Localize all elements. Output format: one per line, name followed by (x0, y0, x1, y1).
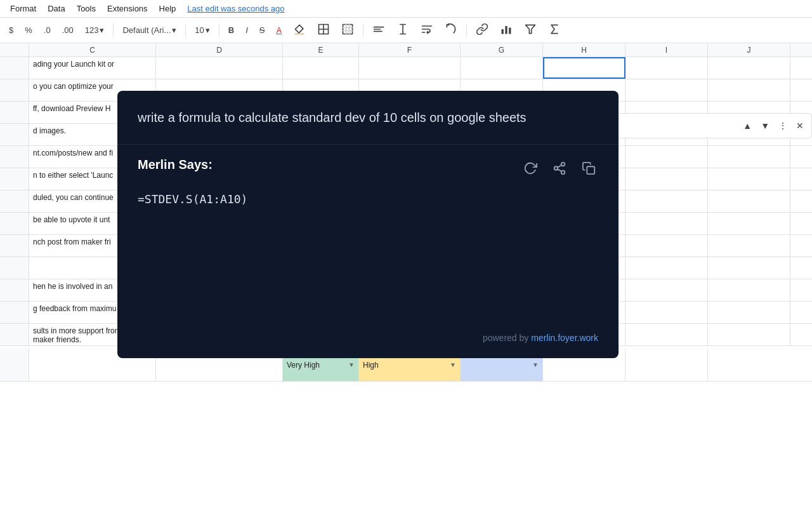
svg-marker-20 (526, 25, 535, 33)
menu-help[interactable]: Help (154, 1, 181, 16)
merge-icon (341, 23, 354, 36)
cell-i13[interactable] (625, 324, 708, 345)
cell-j9[interactable] (708, 235, 790, 257)
cell-j8[interactable] (708, 213, 790, 234)
cell-j2[interactable] (708, 79, 790, 101)
refresh-icon (523, 161, 537, 175)
merlin-panel: write a formula to calculate standard de… (117, 91, 619, 358)
find-next-btn[interactable]: ▼ (758, 118, 772, 133)
filter-btn[interactable] (520, 20, 540, 40)
font-size-btn[interactable]: 10 ▾ (191, 23, 213, 37)
cell-j12[interactable] (708, 302, 790, 323)
toolbar-sep-5 (466, 24, 467, 37)
cell-j11[interactable] (708, 279, 790, 301)
svg-rect-17 (502, 29, 504, 34)
col-header-f[interactable]: F (359, 43, 461, 57)
rotation-btn[interactable] (441, 20, 461, 40)
cell-j13[interactable] (708, 324, 790, 345)
cell-i6[interactable] (625, 168, 708, 190)
svg-rect-0 (295, 34, 304, 35)
cell-bottom-j[interactable] (625, 349, 708, 381)
cell-i8[interactable] (625, 213, 708, 234)
cell-j7[interactable] (708, 190, 790, 212)
merlin-share-btn[interactable] (550, 159, 569, 181)
row-num-11 (0, 279, 29, 301)
menu-tools[interactable]: Tools (72, 1, 101, 16)
row-num-5 (0, 146, 29, 168)
decimal-decrease-btn[interactable]: .0 (40, 23, 55, 37)
menu-bar: Format Data Tools Extensions Help Last e… (0, 0, 812, 18)
cell-i12[interactable] (625, 302, 708, 323)
align-v-btn[interactable] (393, 20, 413, 40)
percent-btn[interactable]: % (21, 23, 36, 37)
col-header-e[interactable]: E (283, 43, 359, 57)
cell-f1[interactable] (359, 57, 461, 79)
bold-btn[interactable]: B (225, 23, 238, 37)
cell-j1[interactable] (708, 57, 790, 79)
merlin-response-text: =STDEV.S(A1:A10) (138, 192, 598, 206)
cell-h1[interactable] (543, 57, 625, 79)
col-header-g[interactable]: G (461, 43, 543, 57)
currency-btn[interactable]: $ (5, 23, 17, 37)
text-color-btn[interactable]: A (272, 23, 285, 37)
decimal-increase-btn[interactable]: .00 (58, 23, 77, 37)
cell-j5[interactable] (708, 146, 790, 168)
merge-btn[interactable] (337, 20, 358, 40)
merlin-footer-link[interactable]: merlin.foyer.work (531, 333, 598, 343)
row-num-bottom (0, 349, 29, 381)
table-row: ading your Launch kit or (0, 57, 812, 79)
menu-data[interactable]: Data (43, 1, 70, 16)
col-header-c[interactable]: C (29, 43, 156, 57)
cell-e1[interactable] (283, 57, 359, 79)
toolbar-sep-2 (185, 24, 186, 37)
find-prev-btn[interactable]: ▲ (740, 118, 754, 133)
row-num-6 (0, 168, 29, 190)
font-family-btn[interactable]: Default (Ari... ▾ (119, 23, 180, 37)
cell-i9[interactable] (625, 235, 708, 257)
wrap-btn[interactable] (417, 20, 437, 40)
dropdown-high-label: High (363, 361, 379, 370)
filter-icon (524, 23, 537, 36)
italic-btn[interactable]: I (242, 23, 252, 37)
find-close-btn[interactable]: ✕ (794, 118, 806, 133)
cell-j6[interactable] (708, 168, 790, 190)
cell-i11[interactable] (625, 279, 708, 301)
dropdown-high-arrow: ▼ (450, 361, 456, 368)
toolbar-sep-3 (219, 24, 219, 37)
sigma-btn[interactable] (544, 20, 565, 40)
merlin-footer-text: powered by (483, 333, 531, 343)
borders-btn[interactable] (313, 20, 334, 40)
menu-format[interactable]: Format (5, 1, 41, 16)
cell-i7[interactable] (625, 190, 708, 212)
col-header-i[interactable]: I (625, 43, 708, 57)
cell-g1[interactable] (461, 57, 543, 79)
cell-j10[interactable] (708, 257, 790, 279)
merlin-refresh-btn[interactable] (521, 159, 540, 181)
col-header-h[interactable]: H (543, 43, 625, 57)
chart-btn[interactable] (496, 20, 516, 40)
menu-extensions[interactable]: Extensions (102, 1, 153, 16)
col-header-d[interactable]: D (156, 43, 283, 57)
find-replace-bar: ▲ ▼ ⋮ ✕ (590, 113, 812, 138)
cell-i2[interactable] (625, 79, 708, 101)
format-toolbar: $ % .0 .00 123 ▾ Default (Ari... ▾ 10 ▾ … (0, 18, 812, 43)
link-btn[interactable] (472, 20, 492, 40)
merlin-copy-btn[interactable] (579, 159, 598, 181)
find-more-btn[interactable]: ⋮ (776, 118, 790, 133)
row-num-2 (0, 79, 29, 101)
row-num-1 (0, 57, 29, 79)
cell-i10[interactable] (625, 257, 708, 279)
row-num-13 (0, 324, 29, 345)
merlin-says-header: Merlin Says: (138, 157, 213, 172)
align-h-btn[interactable] (369, 20, 389, 40)
col-header-j[interactable]: J (708, 43, 790, 57)
merlin-question-text: write a formula to calculate standard de… (138, 109, 598, 126)
row-num-3 (0, 102, 29, 123)
fill-color-btn[interactable] (289, 20, 310, 40)
cell-i5[interactable] (625, 146, 708, 168)
cell-d1[interactable] (156, 57, 283, 79)
strikethrough-btn[interactable]: S (256, 23, 269, 37)
cell-i1[interactable] (625, 57, 708, 79)
cell-c1[interactable]: ading your Launch kit or (29, 57, 156, 79)
more-formats-btn[interactable]: 123 ▾ (81, 23, 108, 37)
